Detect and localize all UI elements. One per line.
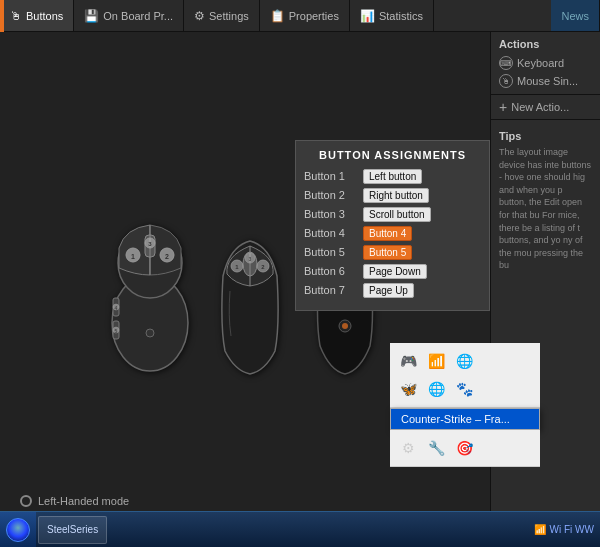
- tab-properties[interactable]: 📋 Properties: [260, 0, 350, 31]
- svg-text:1: 1: [131, 253, 135, 260]
- tab-buttons-icon: 🖱: [10, 9, 22, 23]
- button-4-label: Button 4: [304, 227, 359, 239]
- action-keyboard-label: Keyboard: [517, 57, 564, 69]
- button-row-5: Button 5 Button 5: [304, 245, 481, 260]
- tab-statistics[interactable]: 📊 Statistics: [350, 0, 434, 31]
- button-row-4: Button 4 Button 4: [304, 226, 481, 241]
- button-row-3: Button 3 Scroll button: [304, 207, 481, 222]
- icon-cell-5[interactable]: 🌐: [424, 377, 448, 401]
- icon-cell-3[interactable]: 🌐: [452, 349, 476, 373]
- button-row-2: Button 2 Right button: [304, 188, 481, 203]
- button-assignments-panel: BUTTON ASSIGNMENTS Button 1 Left button …: [295, 140, 490, 311]
- tips-text: The layout image device has inte buttons…: [499, 146, 592, 272]
- button-6-value[interactable]: Page Down: [363, 264, 427, 279]
- button-2-label: Button 2: [304, 189, 359, 201]
- tips-title: Tips: [499, 130, 592, 142]
- action-mouse-single[interactable]: 🖱 Mouse Sin...: [491, 72, 600, 90]
- icon-cell-8[interactable]: 🔧: [424, 436, 448, 460]
- mouse-left-view: 1 2 3 4 5: [105, 203, 195, 376]
- actions-title: Actions: [491, 32, 600, 54]
- tab-news[interactable]: News: [551, 0, 600, 31]
- tab-statistics-icon: 📊: [360, 9, 375, 23]
- windows-orb: [6, 518, 30, 542]
- main-layout: 1 2 3 4 5: [0, 32, 600, 547]
- taskbar-time: Wi Fi WW: [550, 524, 594, 535]
- tab-properties-icon: 📋: [270, 9, 285, 23]
- button-1-label: Button 1: [304, 170, 359, 182]
- button-row-1: Button 1 Left button: [304, 169, 481, 184]
- tab-onboard-label: On Board Pr...: [103, 10, 173, 22]
- button-2-value[interactable]: Right button: [363, 188, 429, 203]
- icon-cell-7[interactable]: ⚙: [396, 436, 420, 460]
- icon-cell-6[interactable]: 🐾: [452, 377, 476, 401]
- button-row-6: Button 6 Page Down: [304, 264, 481, 279]
- plus-icon: +: [499, 99, 507, 115]
- tab-settings[interactable]: ⚙ Settings: [184, 0, 260, 31]
- icon-grid-top: 🎮 📶 🌐 🦋 🌐 🐾: [390, 343, 540, 408]
- button-assignments-title: BUTTON ASSIGNMENTS: [304, 149, 481, 161]
- wifi-icon: 📶: [534, 524, 546, 535]
- icon-grid-bottom: ⚙ 🔧 🎯: [390, 430, 540, 467]
- button-1-value[interactable]: Left button: [363, 169, 422, 184]
- button-3-label: Button 3: [304, 208, 359, 220]
- tab-statistics-label: Statistics: [379, 10, 423, 22]
- left-panel: 1 2 3 4 5: [0, 32, 490, 547]
- mouse-center-svg: 1 2 3: [215, 196, 285, 381]
- taskbar-app-button[interactable]: SteelSeries: [38, 516, 107, 544]
- keyboard-icon: ⌨: [499, 56, 513, 70]
- icon-cell-2[interactable]: 📶: [424, 349, 448, 373]
- action-keyboard[interactable]: ⌨ Keyboard: [491, 54, 600, 72]
- mouse-left-svg: 1 2 3 4 5: [105, 203, 195, 373]
- button-4-value[interactable]: Button 4: [363, 226, 412, 241]
- left-handed-mode[interactable]: Left-Handed mode: [20, 495, 129, 507]
- tab-settings-label: Settings: [209, 10, 249, 22]
- taskbar: SteelSeries 📶 Wi Fi WW: [0, 511, 600, 547]
- tab-onboard-icon: 💾: [84, 9, 99, 23]
- button-6-label: Button 6: [304, 265, 359, 277]
- button-3-value[interactable]: Scroll button: [363, 207, 431, 222]
- tab-buttons[interactable]: 🖱 Buttons: [0, 0, 74, 31]
- svg-text:4: 4: [115, 305, 118, 311]
- context-menu: Counter-Strike – Fra...: [390, 408, 540, 430]
- context-menu-item-cs[interactable]: Counter-Strike – Fra...: [391, 409, 539, 429]
- button-5-label: Button 5: [304, 246, 359, 258]
- tab-settings-icon: ⚙: [194, 9, 205, 23]
- svg-text:5: 5: [115, 328, 118, 334]
- button-row-7: Button 7 Page Up: [304, 283, 481, 298]
- left-handed-radio[interactable]: [20, 495, 32, 507]
- tips-section: Tips The layout image device has inte bu…: [491, 124, 600, 547]
- svg-point-16: [146, 329, 154, 337]
- button-7-value[interactable]: Page Up: [363, 283, 414, 298]
- new-action-button[interactable]: + New Actio...: [491, 94, 600, 120]
- svg-point-28: [342, 323, 348, 329]
- taskbar-system-tray: 📶 Wi Fi WW: [528, 524, 600, 535]
- new-action-label: New Actio...: [511, 101, 569, 113]
- button-5-value[interactable]: Button 5: [363, 245, 412, 260]
- tab-bar: 🖱 Buttons 💾 On Board Pr... ⚙ Settings 📋 …: [0, 0, 600, 32]
- action-mouse-label: Mouse Sin...: [517, 75, 578, 87]
- popup-overlay: 🎮 📶 🌐 🦋 🌐 🐾 Counter-Strike – Fra... ⚙ 🔧 …: [390, 343, 540, 467]
- mouse-icon: 🖱: [499, 74, 513, 88]
- icon-cell-1[interactable]: 🎮: [396, 349, 420, 373]
- svg-text:3: 3: [249, 256, 252, 262]
- svg-text:2: 2: [165, 253, 169, 260]
- tab-properties-label: Properties: [289, 10, 339, 22]
- button-7-label: Button 7: [304, 284, 359, 296]
- start-button[interactable]: [0, 512, 36, 547]
- tab-news-label: News: [561, 10, 589, 22]
- icon-cell-4[interactable]: 🦋: [396, 377, 420, 401]
- left-handed-label: Left-Handed mode: [38, 495, 129, 507]
- mouse-center-view: 1 2 3: [215, 196, 285, 384]
- right-panel: Actions ⌨ Keyboard 🖱 Mouse Sin... + New …: [490, 32, 600, 547]
- tab-buttons-label: Buttons: [26, 10, 63, 22]
- tab-onboard[interactable]: 💾 On Board Pr...: [74, 0, 184, 31]
- icon-cell-9[interactable]: 🎯: [452, 436, 476, 460]
